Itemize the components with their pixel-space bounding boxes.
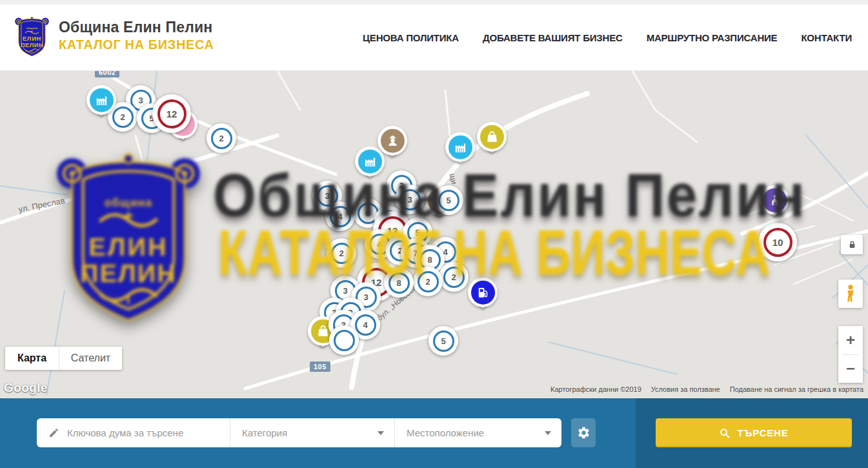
nav-route-schedule[interactable]: МАРШРУТНО РАЗПИСАНИЕ: [647, 32, 778, 43]
pegman-button[interactable]: [838, 280, 863, 308]
search-submit-button[interactable]: ТЪРСЕНЕ: [656, 418, 852, 447]
factory-marker[interactable]: [86, 85, 116, 115]
category-value: Категория: [242, 427, 287, 438]
search-submit-label: ТЪРСЕНЕ: [737, 427, 788, 438]
cluster-marker[interactable]: 2: [207, 123, 236, 153]
map-canvas[interactable]: 6002 105 ул. Преслав бул. „Новосел щи 32…: [0, 71, 868, 398]
pencil-icon: [48, 427, 59, 438]
category-select[interactable]: Категория: [230, 418, 395, 447]
attribution-report-link[interactable]: Подаване на сигнал за грешка в картата: [730, 385, 863, 393]
cluster-marker[interactable]: 2: [439, 262, 469, 292]
map-type-control: Карта Сателит: [5, 347, 122, 370]
lock-icon: [847, 239, 857, 250]
search-bar: Категория Местоположение ТЪРСЕНЕ: [0, 398, 868, 468]
map-type-satellite-button[interactable]: Сателит: [59, 347, 122, 370]
nav-price-policy[interactable]: ЦЕНОВА ПОЛИТИКА: [363, 32, 459, 43]
cluster-marker[interactable]: 5: [429, 326, 458, 356]
cluster-marker[interactable]: 8: [384, 268, 414, 298]
zoom-in-button[interactable]: +: [838, 326, 863, 354]
zoom-out-button[interactable]: −: [838, 355, 863, 383]
advanced-settings-button[interactable]: [571, 418, 596, 447]
map-attribution: Картографски данни ©2019 Условия за полз…: [550, 385, 863, 393]
google-logo[interactable]: Google: [4, 381, 48, 395]
search-group: Категория Местоположение: [37, 418, 561, 447]
site-header: Община Елин Пелин КАТАЛОГ НА БИЗНЕСА ЦЕН…: [0, 5, 868, 71]
church-marker[interactable]: [760, 185, 789, 215]
cluster-marker[interactable]: 2: [413, 267, 443, 296]
markers-layer: 325122233564713542274822128333834510: [0, 71, 868, 398]
top-strip: [0, 0, 868, 5]
municipality-emblem-icon: [14, 14, 50, 57]
location-select[interactable]: Местоположение: [395, 418, 561, 447]
nav-contacts[interactable]: КОНТАКТИ: [801, 32, 852, 43]
cluster-marker[interactable]: 5: [434, 185, 463, 215]
site-logo[interactable]: Община Елин Пелин КАТАЛОГ НА БИЗНЕСА: [14, 14, 214, 57]
factory-marker[interactable]: [355, 147, 385, 176]
lock-button[interactable]: [841, 235, 863, 254]
chevron-down-icon: [545, 431, 551, 435]
nav-add-business[interactable]: ДОБАВЕТЕ ВАШИЯТ БИЗНЕС: [483, 32, 623, 43]
cluster-marker[interactable]: 2: [327, 238, 356, 268]
chevron-down-icon: [378, 431, 384, 435]
cluster-marker[interactable]: 10: [758, 223, 797, 261]
pegman-icon: [843, 284, 858, 303]
location-value: Местоположение: [407, 427, 484, 438]
attribution-data: Картографски данни ©2019: [550, 385, 641, 393]
cluster-marker[interactable]: 12: [152, 94, 191, 133]
keyword-search-input[interactable]: [67, 427, 230, 438]
site-title: Община Елин Пелин: [59, 19, 214, 36]
attribution-terms-link[interactable]: Условия за ползване: [651, 385, 720, 393]
page: Община Елин Пелин КАТАЛОГ НА БИЗНЕСА ЦЕН…: [0, 0, 868, 468]
fuel-marker[interactable]: [468, 278, 498, 307]
cluster-marker[interactable]: [329, 325, 359, 355]
gear-icon: [577, 426, 590, 440]
factory-marker[interactable]: [445, 132, 475, 162]
keyword-cell: [37, 418, 230, 447]
shopping-bag-marker[interactable]: [477, 122, 507, 152]
main-nav: ЦЕНОВА ПОЛИТИКА ДОБАВЕТЕ ВАШИЯТ БИЗНЕС М…: [363, 5, 852, 70]
zoom-control: + −: [838, 326, 863, 383]
site-subtitle: КАТАЛОГ НА БИЗНЕСА: [59, 37, 214, 52]
map-type-map-button[interactable]: Карта: [5, 347, 59, 370]
search-icon: [719, 427, 731, 439]
cluster-marker[interactable]: 4: [325, 201, 355, 231]
